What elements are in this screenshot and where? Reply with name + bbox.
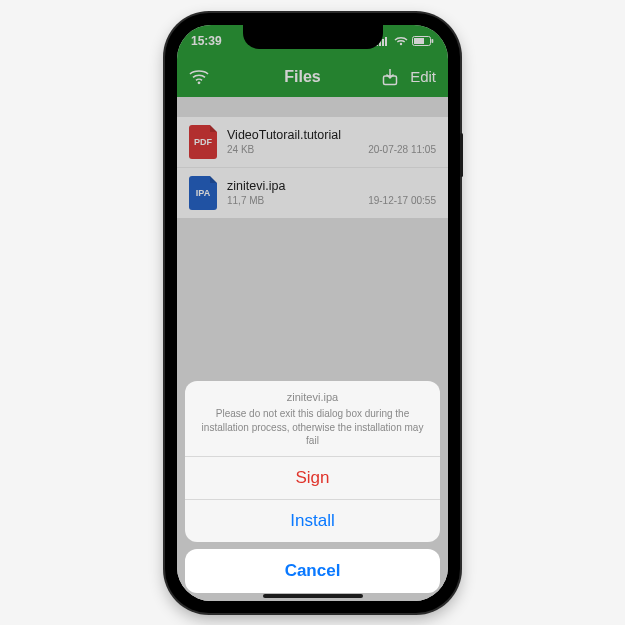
screen: 15:39 Files xyxy=(177,25,448,601)
action-sheet-main: zinitevi.ipa Please do not exit this dia… xyxy=(185,381,440,542)
home-indicator[interactable] xyxy=(263,594,363,598)
action-sheet: zinitevi.ipa Please do not exit this dia… xyxy=(185,381,440,593)
action-sheet-header: zinitevi.ipa Please do not exit this dia… xyxy=(185,381,440,456)
action-sheet-message: Please do not exit this dialog box durin… xyxy=(201,407,424,448)
notch xyxy=(243,25,383,49)
phone-frame: 15:39 Files xyxy=(165,13,460,613)
install-button[interactable]: Install xyxy=(185,499,440,542)
cancel-button[interactable]: Cancel xyxy=(185,549,440,593)
action-sheet-title: zinitevi.ipa xyxy=(201,391,424,403)
sign-button[interactable]: Sign xyxy=(185,456,440,499)
